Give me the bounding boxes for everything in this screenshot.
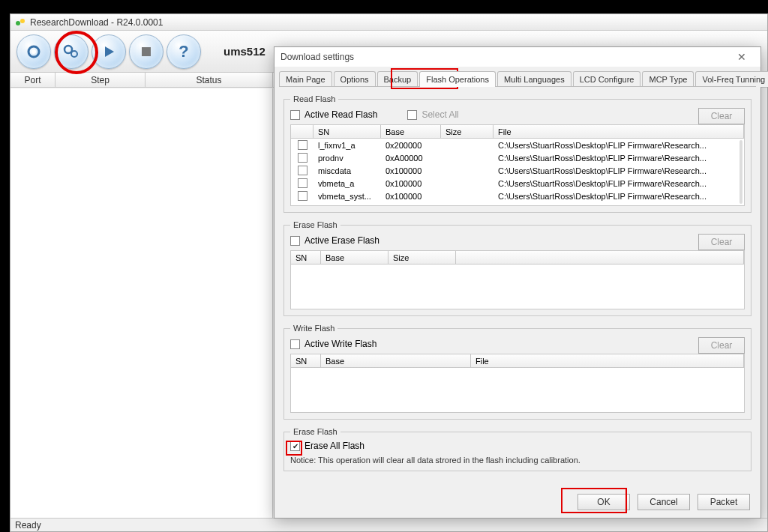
tab-backup[interactable]: Backup — [377, 71, 418, 87]
cell-sn: vbmeta_a — [314, 179, 381, 188]
cell-sn: prodnv — [314, 154, 381, 163]
tab-flash-operations[interactable]: Flash Operations — [419, 71, 496, 87]
svg-point-4 — [64, 46, 72, 53]
tab-multi-languages[interactable]: Multi Languages — [497, 71, 572, 87]
dialog-buttons: OK Cancel Packet — [274, 488, 760, 518]
scrollbar[interactable] — [740, 140, 742, 204]
ok-button[interactable]: OK — [578, 494, 630, 510]
checkbox-select-all: Select All — [407, 109, 458, 120]
writeflash-list[interactable] — [290, 368, 745, 413]
col-size[interactable]: Size — [388, 251, 456, 264]
row-checkbox[interactable] — [298, 191, 308, 201]
table-row[interactable]: prodnv0xA00000C:\Users\StuartRoss\Deskto… — [291, 151, 744, 164]
row-checkbox[interactable] — [298, 153, 308, 163]
col-sn[interactable]: SN — [314, 125, 381, 138]
readflash-clear-button: Clear — [698, 108, 745, 124]
table-row[interactable]: l_fixnv1_a0x200000C:\Users\StuartRoss\De… — [291, 139, 744, 151]
cell-file: C:\Users\StuartRoss\Desktop\FLIP Firmwar… — [494, 166, 744, 175]
checkbox-active-read-flash[interactable]: Active Read Flash — [290, 109, 377, 120]
writeflash-clear-button: Clear — [698, 337, 745, 354]
group-write-flash: Write Flash Active Write Flash Clear SN … — [284, 324, 752, 420]
legend-write-flash: Write Flash — [290, 324, 338, 333]
cell-base: 0xA00000 — [381, 154, 441, 163]
col-sn[interactable]: SN — [291, 354, 321, 367]
stop-icon — [140, 45, 153, 58]
row-checkbox[interactable] — [298, 140, 308, 150]
dialog-titlebar: Download settings ✕ — [274, 47, 760, 67]
titlebar: ResearchDownload - R24.0.0001 — [10, 14, 767, 31]
row-checkbox[interactable] — [298, 178, 308, 188]
col-sn[interactable]: SN — [291, 251, 321, 264]
cell-file: C:\Users\StuartRoss\Desktop\FLIP Firmwar… — [494, 179, 744, 188]
svg-point-3 — [32, 49, 36, 54]
gears-icon — [62, 43, 80, 61]
svg-marker-6 — [105, 46, 114, 57]
table-row[interactable]: vbmeta_a0x100000C:\Users\StuartRoss\Desk… — [291, 177, 744, 190]
help-button[interactable]: ? — [166, 34, 201, 69]
checkbox-erase-all-flash[interactable]: Erase All Flash — [290, 441, 745, 451]
table-row[interactable]: miscdata0x100000C:\Users\StuartRoss\Desk… — [291, 164, 744, 177]
svg-point-0 — [16, 21, 20, 25]
col-base[interactable]: Base — [321, 251, 388, 264]
cell-file: C:\Users\StuartRoss\Desktop\FLIP Firmwar… — [494, 192, 744, 201]
svg-point-5 — [71, 51, 77, 57]
checkbox-active-write-flash[interactable]: Active Write Flash — [290, 339, 376, 349]
table-row[interactable]: vbmeta_syst...0x100000C:\Users\StuartRos… — [291, 190, 744, 202]
col-base[interactable]: Base — [321, 354, 471, 367]
readflash-header: SN Base Size File — [290, 124, 745, 139]
col-file[interactable]: File — [494, 125, 744, 138]
row-checkbox[interactable] — [298, 166, 308, 175]
dialog-title: Download settings — [280, 52, 354, 62]
eraseflash-list[interactable] — [290, 265, 745, 309]
cell-base: 0x100000 — [381, 179, 441, 188]
cell-file: C:\Users\StuartRoss\Desktop\FLIP Firmwar… — [494, 154, 744, 163]
tab-mcp-type[interactable]: MCP Type — [642, 71, 694, 87]
packet-button[interactable]: Packet — [698, 494, 750, 510]
cell-base: 0x100000 — [381, 192, 441, 201]
device-label: ums512 — [224, 45, 266, 58]
app-title: ResearchDownload - R24.0.0001 — [30, 17, 163, 28]
eraseflash-clear-button: Clear — [698, 234, 745, 250]
group-erase-all-flash: Erase Flash Erase All Flash Notice: This… — [284, 427, 752, 471]
col-status[interactable]: Status — [146, 73, 273, 87]
status-text: Ready — [15, 520, 41, 531]
stop-button[interactable] — [129, 34, 164, 69]
tab-volfreq-tunning[interactable]: Vol-Freq Tunning — [695, 71, 768, 87]
readflash-list[interactable]: l_fixnv1_a0x200000C:\Users\StuartRoss\De… — [290, 139, 745, 206]
settings1-button[interactable] — [16, 34, 51, 69]
checkbox-active-erase-flash[interactable]: Active Erase Flash — [290, 235, 380, 246]
dialog-close-button[interactable]: ✕ — [729, 50, 754, 64]
legend-erase-all: Erase Flash — [290, 427, 340, 436]
cancel-button[interactable]: Cancel — [638, 494, 690, 510]
col-file[interactable]: File — [471, 354, 744, 367]
tab-lcd-configure[interactable]: LCD Configure — [573, 71, 641, 87]
erase-all-notice: Notice: This operation will clear all da… — [290, 456, 745, 465]
question-icon: ? — [178, 42, 188, 61]
writeflash-header: SN Base File — [290, 354, 745, 368]
download-settings-dialog: Download settings ✕ Main Page Options Ba… — [274, 46, 761, 519]
dialog-body: Read Flash Active Read Flash Select All … — [274, 87, 760, 488]
tab-main-page[interactable]: Main Page — [279, 71, 332, 87]
cell-base: 0x200000 — [381, 141, 441, 150]
cell-sn: vbmeta_syst... — [314, 192, 381, 201]
start-button[interactable] — [92, 34, 126, 69]
col-base[interactable]: Base — [381, 125, 441, 138]
tab-options[interactable]: Options — [334, 71, 376, 87]
close-icon: ✕ — [737, 51, 746, 63]
legend-read-flash: Read Flash — [290, 94, 338, 103]
col-size[interactable]: Size — [441, 125, 494, 138]
group-read-flash: Read Flash Active Read Flash Select All … — [284, 94, 752, 213]
gear-icon — [26, 43, 42, 60]
statusbar: Ready — [10, 518, 767, 531]
cell-sn: l_fixnv1_a — [314, 141, 381, 150]
cell-base: 0x100000 — [381, 166, 441, 175]
col-step[interactable]: Step — [56, 73, 146, 87]
col-check[interactable] — [291, 125, 314, 138]
cell-file: C:\Users\StuartRoss\Desktop\FLIP Firmwar… — [494, 141, 744, 150]
eraseflash-header: SN Base Size — [290, 250, 745, 265]
cell-sn: miscdata — [314, 166, 381, 175]
col-port[interactable]: Port — [10, 73, 56, 87]
dialog-tabs: Main Page Options Backup Flash Operation… — [274, 67, 760, 87]
settings2-button[interactable] — [54, 34, 88, 69]
main-list-body — [10, 88, 273, 518]
